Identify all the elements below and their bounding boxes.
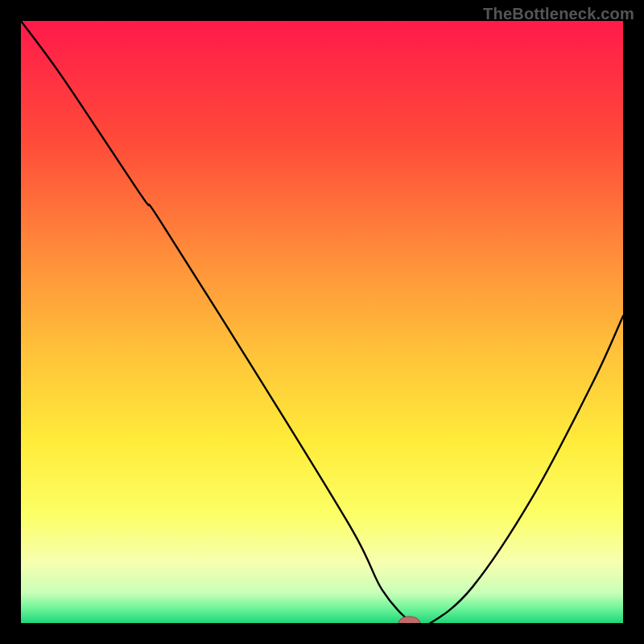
plot-svg xyxy=(21,21,623,623)
gradient-background xyxy=(21,21,623,623)
plot-area xyxy=(21,21,623,623)
chart-frame: TheBottleneck.com xyxy=(0,0,644,644)
watermark-text: TheBottleneck.com xyxy=(483,5,634,23)
